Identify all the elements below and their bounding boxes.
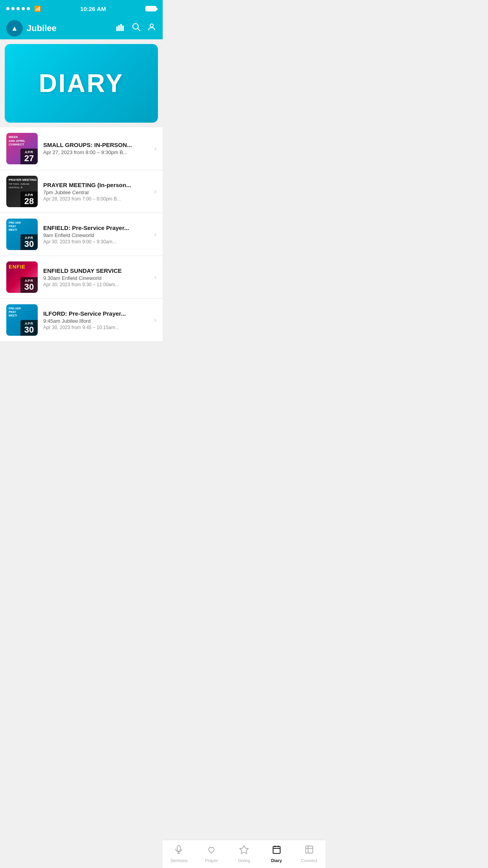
event-name-4: ENFIELD SUNDAY SERVICE bbox=[43, 267, 151, 274]
signal-dots: 📶 bbox=[6, 6, 41, 12]
event-thumb-2: PRAYER MEETING7M TUES. JUBLEE CENTRAL ⚙ … bbox=[6, 176, 38, 207]
app-logo[interactable]: ▲ bbox=[6, 20, 23, 37]
thumb-label-1: WEEK24th APRILCONNECT bbox=[9, 135, 25, 147]
date-badge-3: APR 30 bbox=[20, 234, 38, 250]
event-day-5: 30 bbox=[23, 326, 35, 334]
event-location-5: 9:45am Jubilee Ilford bbox=[43, 318, 151, 324]
status-time: 10:26 AM bbox=[80, 6, 106, 12]
event-info-1: SMALL GROUPS: IN-PERSON... Apr 27, 2023 … bbox=[43, 142, 151, 156]
nav-left: ▲ Jubilee bbox=[6, 20, 57, 37]
status-right bbox=[145, 6, 156, 11]
thumb-label-4: ENFIE bbox=[9, 264, 26, 270]
chevron-5: › bbox=[154, 316, 156, 324]
event-item-2[interactable]: PRAYER MEETING7M TUES. JUBLEE CENTRAL ⚙ … bbox=[0, 170, 163, 213]
hero-banner[interactable]: DIARY bbox=[5, 44, 158, 123]
event-item-1[interactable]: WEEK24th APRILCONNECT APR 27 SMALL GROUP… bbox=[0, 127, 163, 170]
event-date-3: Apr 30, 2023 from 9:00 – 9:30am... bbox=[43, 239, 151, 245]
date-badge-2: APR 28 bbox=[20, 191, 38, 207]
event-day-2: 28 bbox=[23, 197, 35, 206]
event-item-3[interactable]: PRE-SERPRAYMEETI APR 30 ENFIELD: Pre-Ser… bbox=[0, 213, 163, 256]
svg-point-4 bbox=[133, 24, 138, 29]
logo-symbol: ▲ bbox=[11, 24, 18, 33]
app-title: Jubilee bbox=[27, 23, 57, 33]
nav-bar: ▲ Jubilee bbox=[0, 17, 163, 39]
dot-4 bbox=[22, 7, 25, 10]
page-wrapper: 📶 10:26 AM ▲ Jubilee bbox=[0, 0, 163, 373]
date-badge-4: APR 30 bbox=[20, 277, 38, 293]
svg-rect-0 bbox=[116, 26, 118, 31]
event-name-3: ENFIELD: Pre-Service Prayer... bbox=[43, 224, 151, 231]
svg-rect-1 bbox=[118, 25, 120, 31]
event-thumb-4: ENFIE APR 30 bbox=[6, 261, 38, 293]
event-info-5: ILFORD: Pre-Service Prayer... 9:45am Jub… bbox=[43, 310, 151, 330]
event-thumb-1: WEEK24th APRILCONNECT APR 27 bbox=[6, 133, 38, 164]
event-name-5: ILFORD: Pre-Service Prayer... bbox=[43, 310, 151, 317]
wifi-icon: 📶 bbox=[34, 6, 41, 12]
chevron-2: › bbox=[154, 188, 156, 195]
thumb-label-5: PRE-SERPRAYMEETI bbox=[9, 307, 21, 317]
battery-icon bbox=[145, 6, 156, 11]
dot-3 bbox=[17, 7, 20, 10]
event-date-2: Apr 28, 2023 from 7:00 – 8:00pm B... bbox=[43, 196, 151, 202]
dot-2 bbox=[11, 7, 15, 10]
event-location-1: Apr 27, 2023 from 8:00 – 9:30pm B... bbox=[43, 149, 151, 155]
event-name-2: PRAYER MEETING (In-person... bbox=[43, 182, 151, 188]
event-item-5[interactable]: PRE-SERPRAYMEETI APR 30 ILFORD: Pre-Serv… bbox=[0, 299, 163, 342]
event-date-4: Apr 30, 2023 from 9:30 – 11:00am... bbox=[43, 282, 151, 287]
event-item-4[interactable]: ENFIE APR 30 ENFIELD SUNDAY SERVICE 9.30… bbox=[0, 256, 163, 299]
svg-rect-2 bbox=[120, 24, 122, 31]
event-day-3: 30 bbox=[23, 240, 35, 248]
svg-rect-3 bbox=[122, 26, 124, 31]
chevron-1: › bbox=[154, 145, 156, 152]
thumb-label-2: PRAYER MEETING7M TUES. JUBLEE CENTRAL ⚙ bbox=[9, 178, 38, 189]
date-badge-1: APR 27 bbox=[20, 149, 38, 164]
event-day-4: 30 bbox=[23, 283, 35, 291]
stats-icon[interactable] bbox=[116, 23, 126, 33]
hero-title: DIARY bbox=[39, 69, 124, 98]
event-location-2: 7pm Jubilee Central bbox=[43, 189, 151, 195]
chevron-3: › bbox=[154, 231, 156, 238]
status-bar: 📶 10:26 AM bbox=[0, 0, 163, 17]
event-name-1: SMALL GROUPS: IN-PERSON... bbox=[43, 142, 151, 148]
event-day-1: 27 bbox=[23, 154, 35, 163]
event-info-3: ENFIELD: Pre-Service Prayer... 9am Enfie… bbox=[43, 224, 151, 245]
profile-icon[interactable] bbox=[147, 22, 156, 34]
event-location-3: 9am Enfield Cineworld bbox=[43, 232, 151, 238]
dot-1 bbox=[6, 7, 9, 10]
nav-actions bbox=[116, 22, 156, 34]
event-list: WEEK24th APRILCONNECT APR 27 SMALL GROUP… bbox=[0, 127, 163, 342]
chevron-4: › bbox=[154, 274, 156, 281]
svg-line-5 bbox=[138, 29, 141, 31]
dot-5 bbox=[27, 7, 30, 10]
event-thumb-5: PRE-SERPRAYMEETI APR 30 bbox=[6, 304, 38, 336]
search-icon[interactable] bbox=[132, 23, 141, 34]
event-thumb-3: PRE-SERPRAYMEETI APR 30 bbox=[6, 219, 38, 250]
thumb-label-3: PRE-SERPRAYMEETI bbox=[9, 221, 21, 232]
event-info-4: ENFIELD SUNDAY SERVICE 9.30am Enfield Ci… bbox=[43, 267, 151, 287]
date-badge-5: APR 30 bbox=[20, 320, 38, 336]
event-date-5: Apr 30, 2023 from 9:45 – 10:15am... bbox=[43, 325, 151, 330]
event-location-4: 9.30am Enfield Cineworld bbox=[43, 275, 151, 281]
svg-point-6 bbox=[150, 24, 153, 27]
event-info-2: PRAYER MEETING (In-person... 7pm Jubilee… bbox=[43, 182, 151, 202]
